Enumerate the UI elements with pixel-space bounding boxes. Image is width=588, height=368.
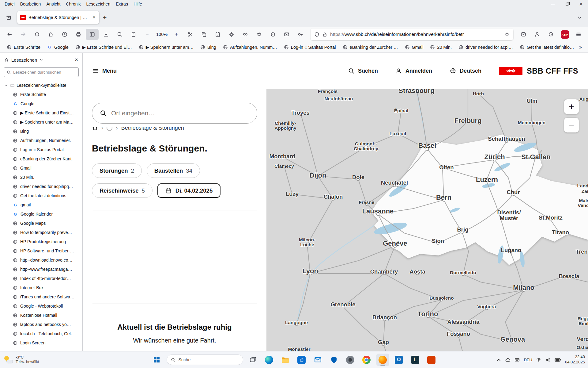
home-button[interactable] bbox=[44, 29, 57, 40]
date-filter-button[interactable]: Di. 04.02.2025 bbox=[157, 183, 221, 198]
bookmark-erste-schritte-und-ei[interactable]: ▶ Erste Schritte und Ei… bbox=[73, 44, 134, 51]
sidebar-bookmark-google-kalender[interactable]: GGoogle Kalender bbox=[0, 209, 82, 219]
bookmark-log-in-sanitas-portal[interactable]: Log-in « Sanitas Portal bbox=[281, 44, 338, 51]
new-tab-button[interactable]: + bbox=[99, 12, 110, 23]
sidebar-bookmark-hp-software-und-treiber[interactable]: HP Software- und Treiber-… bbox=[0, 246, 82, 255]
sidebar-bookmark-itunes-und-andere-softwa[interactable]: iTunes und andere Softwa… bbox=[0, 292, 82, 301]
print-button[interactable] bbox=[72, 29, 85, 40]
chip-reisehinweise[interactable]: Reisehinweise 5 bbox=[92, 183, 153, 198]
sidebar-root-folder[interactable]: Lesezeichen-Symbolleiste bbox=[0, 81, 82, 90]
url-text[interactable]: https://www.sbb.ch/de/reiseinformationen… bbox=[330, 32, 502, 37]
taskbar-search[interactable] bbox=[167, 355, 243, 365]
menubar-item-chronik[interactable]: Chronik bbox=[63, 1, 83, 7]
taskbar-camera-button[interactable] bbox=[344, 354, 357, 366]
url-bar[interactable]: https://www.sbb.ch/de/reiseinformationen… bbox=[311, 29, 513, 40]
sbb-language-button[interactable]: Deutsch bbox=[450, 68, 481, 74]
clipboard-button[interactable] bbox=[127, 29, 140, 40]
bookmark-get-the-latest-definitio[interactable]: Get the latest definitio… bbox=[517, 44, 576, 51]
battery-icon[interactable] bbox=[555, 358, 561, 362]
chip-baustellen[interactable]: Baustellen 34 bbox=[147, 163, 200, 178]
sidebar-bookmark-hp-produktregistrierung[interactable]: HP Produktregistrierung bbox=[0, 237, 82, 246]
sidebar-bookmark-http-download-lenovo-co[interactable]: http--download.lenovo.co… bbox=[0, 255, 82, 265]
sidebar-bookmark-local-ch-telefonbuch-gel[interactable]: local.ch - Telefonbuch, Gel. bbox=[0, 329, 82, 338]
adblock-plus-button[interactable]: ABP bbox=[558, 29, 571, 40]
taskbar-file-explorer-button[interactable] bbox=[279, 354, 292, 366]
app-menu-button[interactable] bbox=[572, 29, 585, 40]
tray-chevron-up-icon[interactable] bbox=[496, 357, 501, 362]
passwords-button[interactable] bbox=[294, 29, 307, 40]
wifi-icon[interactable] bbox=[536, 357, 541, 362]
bookmark-gmail[interactable]: Gmail bbox=[402, 44, 426, 51]
bookmark-star-icon[interactable] bbox=[504, 32, 510, 37]
taskbar-defender-button[interactable] bbox=[328, 354, 341, 366]
bookmark-speichern-unter-am[interactable]: ▶ Speichern unter am… bbox=[136, 44, 196, 51]
sidebar-bookmark-index-of-ftp-mirror-fedor[interactable]: Index of -ftp-mirror-fedor… bbox=[0, 274, 82, 283]
start-button[interactable] bbox=[150, 354, 163, 366]
sidebar-bookmark-google-maps[interactable]: Google Maps bbox=[0, 219, 82, 228]
location-search[interactable] bbox=[92, 103, 257, 124]
sidebar-bookmark-kostenlose-hotmail[interactable]: Kostenlose Hotmail bbox=[0, 311, 82, 320]
sbb-login-button[interactable]: Anmelden bbox=[396, 68, 432, 74]
sidebar-bookmark-ebanking-der-zürcher-kant[interactable]: eBanking der Zürcher Kant. bbox=[0, 154, 82, 163]
sidebar-toggle-button[interactable] bbox=[86, 29, 99, 40]
sidebar-bookmark-how-to-temporarily-preve[interactable]: How to temporarily preve… bbox=[0, 228, 82, 237]
sync-button[interactable] bbox=[545, 29, 557, 40]
taskbar-chrome-button[interactable] bbox=[360, 354, 373, 366]
bookmark-driver-needed-for-acpi[interactable]: driver needed for acpi… bbox=[456, 44, 515, 51]
home-icon[interactable] bbox=[92, 127, 98, 131]
bookmark-page-button[interactable] bbox=[253, 29, 266, 40]
taskbar-mail-button[interactable] bbox=[311, 354, 324, 366]
email-link-button[interactable] bbox=[280, 29, 293, 40]
taskbar-outlook-button[interactable]: O bbox=[393, 354, 405, 366]
menubar-item-extras[interactable]: Extras bbox=[113, 1, 131, 7]
sbb-search-button[interactable]: Suchen bbox=[348, 68, 378, 74]
reload-button[interactable] bbox=[31, 29, 43, 40]
menubar-item-ansicht[interactable]: Ansicht bbox=[43, 1, 63, 7]
onedrive-cloud-icon[interactable] bbox=[505, 357, 511, 362]
pocket-save-button[interactable] bbox=[517, 29, 530, 40]
tracking-protection-shield-icon[interactable] bbox=[314, 32, 319, 37]
chip-stoerungen[interactable]: Störungen 2 bbox=[92, 163, 142, 178]
bookmark-bing[interactable]: Bing bbox=[198, 44, 219, 51]
lock-icon[interactable] bbox=[322, 32, 327, 37]
zoom-level-indicator[interactable]: 100% bbox=[155, 32, 169, 37]
sidebar-bookmark-bing[interactable]: Bing bbox=[0, 127, 82, 136]
map-zoom-in-button[interactable]: + bbox=[564, 99, 579, 114]
bookmark-google[interactable]: GGoogle bbox=[45, 44, 71, 51]
taskbar-clock[interactable]: 22:40 04.02.2025 bbox=[565, 355, 585, 365]
history-button[interactable] bbox=[58, 29, 71, 40]
taskbar-libreoffice-button[interactable]: L bbox=[409, 354, 422, 366]
copy-button[interactable] bbox=[198, 29, 210, 40]
taskbar-firefox-button[interactable] bbox=[376, 354, 389, 366]
sidebar-bookmark-aufzählungen-nummerier[interactable]: Aufzählungen, Nummerier. bbox=[0, 136, 82, 145]
sidebar-bookmark-driver-needed-for-acpihpq[interactable]: driver needed for acpihpq… bbox=[0, 182, 82, 191]
paste-button[interactable] bbox=[211, 29, 224, 40]
menubar-item-datei[interactable]: Datei bbox=[2, 1, 17, 7]
volume-icon[interactable] bbox=[545, 357, 551, 362]
bookmark-ebanking-der-zürcher[interactable]: eBanking der Zürcher … bbox=[340, 44, 401, 51]
tab-betriebslage[interactable]: Betriebslage & Störungen | SBB × bbox=[17, 11, 99, 24]
save-page-button[interactable] bbox=[100, 29, 112, 40]
find-button[interactable] bbox=[113, 29, 126, 40]
tab-close-icon[interactable]: × bbox=[92, 14, 96, 21]
sidebar-search-input[interactable] bbox=[13, 70, 76, 75]
bookmark-erste-schritte[interactable]: Erste Schritte bbox=[4, 44, 43, 51]
taskbar-edge-button[interactable] bbox=[263, 354, 276, 366]
window-close-button[interactable]: × bbox=[574, 0, 588, 8]
menubar-item-bearbeiten[interactable]: Bearbeiten bbox=[17, 1, 44, 7]
sidebar-bookmark-google-webprotokoll[interactable]: Google - Webprotokoll bbox=[0, 301, 82, 311]
forward-button[interactable] bbox=[17, 29, 30, 40]
sbb-menu-button[interactable]: Menü bbox=[92, 68, 117, 74]
language-indicator[interactable]: DEU bbox=[524, 358, 532, 362]
sidebar-bookmark-gmail[interactable]: Gmail bbox=[0, 163, 82, 173]
restore-session-button[interactable] bbox=[266, 29, 279, 40]
window-minimize-button[interactable] bbox=[546, 0, 560, 8]
sidebar-bookmark-http-www-freepacmanga[interactable]: http--www.freepacmanga… bbox=[0, 265, 82, 274]
zoom-out-button[interactable]: − bbox=[141, 29, 154, 40]
taskbar-store-button[interactable] bbox=[295, 354, 308, 366]
zoom-in-button[interactable]: + bbox=[170, 29, 183, 40]
task-view-button[interactable] bbox=[247, 354, 259, 366]
taskbar-app-button[interactable] bbox=[425, 354, 438, 366]
bookmark-aufzählungen-numm[interactable]: Aufzählungen, Numm… bbox=[221, 44, 280, 51]
sidebar-bookmark-speichern-unter-am-ma[interactable]: ▶ Speichern unter am Ma… bbox=[0, 117, 82, 127]
